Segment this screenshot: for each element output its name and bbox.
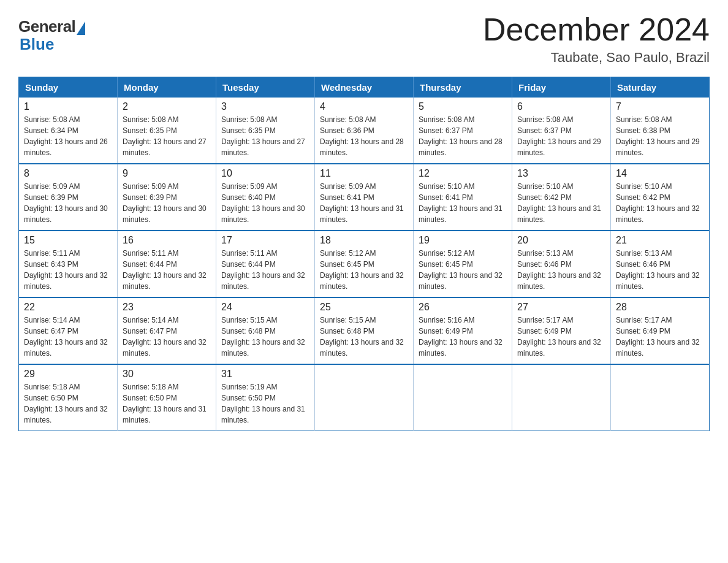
day-info: Sunrise: 5:09 AMSunset: 6:40 PMDaylight:…	[221, 181, 309, 225]
table-row: 2 Sunrise: 5:08 AMSunset: 6:35 PMDayligh…	[118, 98, 216, 164]
day-number: 8	[24, 168, 112, 179]
day-number: 2	[123, 101, 211, 112]
day-info: Sunrise: 5:17 AMSunset: 6:49 PMDaylight:…	[517, 315, 605, 359]
logo: General Blue	[18, 17, 85, 54]
table-row: 29 Sunrise: 5:18 AMSunset: 6:50 PMDaylig…	[19, 364, 118, 431]
day-info: Sunrise: 5:10 AMSunset: 6:41 PMDaylight:…	[419, 181, 507, 225]
day-number: 5	[419, 101, 507, 112]
day-number: 28	[616, 302, 704, 313]
table-row: 21 Sunrise: 5:13 AMSunset: 6:46 PMDaylig…	[611, 231, 710, 297]
day-number: 27	[517, 302, 605, 313]
table-row: 17 Sunrise: 5:11 AMSunset: 6:44 PMDaylig…	[216, 231, 315, 297]
day-info: Sunrise: 5:13 AMSunset: 6:46 PMDaylight:…	[616, 248, 704, 292]
table-row	[611, 364, 710, 431]
table-row: 1 Sunrise: 5:08 AMSunset: 6:34 PMDayligh…	[19, 98, 118, 164]
page-header: General Blue December 2024 Taubate, Sao …	[18, 12, 710, 66]
day-number: 9	[123, 168, 211, 179]
table-row: 14 Sunrise: 5:10 AMSunset: 6:42 PMDaylig…	[611, 164, 710, 231]
day-number: 20	[517, 235, 605, 246]
day-number: 7	[616, 101, 704, 112]
table-row	[512, 364, 611, 431]
table-row: 26 Sunrise: 5:16 AMSunset: 6:49 PMDaylig…	[414, 297, 512, 364]
day-info: Sunrise: 5:13 AMSunset: 6:46 PMDaylight:…	[517, 248, 605, 292]
table-row: 27 Sunrise: 5:17 AMSunset: 6:49 PMDaylig…	[512, 297, 611, 364]
day-number: 18	[320, 235, 408, 246]
logo-arrow-icon	[77, 21, 85, 35]
day-info: Sunrise: 5:17 AMSunset: 6:49 PMDaylight:…	[616, 315, 704, 359]
day-info: Sunrise: 5:14 AMSunset: 6:47 PMDaylight:…	[123, 315, 211, 359]
day-info: Sunrise: 5:10 AMSunset: 6:42 PMDaylight:…	[616, 181, 704, 225]
table-row: 23 Sunrise: 5:14 AMSunset: 6:47 PMDaylig…	[118, 297, 216, 364]
day-info: Sunrise: 5:09 AMSunset: 6:39 PMDaylight:…	[123, 181, 211, 225]
day-info: Sunrise: 5:08 AMSunset: 6:37 PMDaylight:…	[419, 114, 507, 158]
table-row: 13 Sunrise: 5:10 AMSunset: 6:42 PMDaylig…	[512, 164, 611, 231]
table-row: 6 Sunrise: 5:08 AMSunset: 6:37 PMDayligh…	[512, 98, 611, 164]
day-info: Sunrise: 5:08 AMSunset: 6:36 PMDaylight:…	[320, 114, 408, 158]
day-number: 10	[221, 168, 309, 179]
table-row: 24 Sunrise: 5:15 AMSunset: 6:48 PMDaylig…	[216, 297, 315, 364]
table-row: 10 Sunrise: 5:09 AMSunset: 6:40 PMDaylig…	[216, 164, 315, 231]
table-row: 20 Sunrise: 5:13 AMSunset: 6:46 PMDaylig…	[512, 231, 611, 297]
table-row: 31 Sunrise: 5:19 AMSunset: 6:50 PMDaylig…	[216, 364, 315, 431]
day-number: 12	[419, 168, 507, 179]
table-row: 22 Sunrise: 5:14 AMSunset: 6:47 PMDaylig…	[19, 297, 118, 364]
day-info: Sunrise: 5:16 AMSunset: 6:49 PMDaylight:…	[419, 315, 507, 359]
day-number: 30	[123, 369, 211, 380]
day-info: Sunrise: 5:08 AMSunset: 6:37 PMDaylight:…	[517, 114, 605, 158]
calendar-week-row: 8 Sunrise: 5:09 AMSunset: 6:39 PMDayligh…	[19, 164, 710, 231]
day-info: Sunrise: 5:11 AMSunset: 6:44 PMDaylight:…	[221, 248, 309, 292]
table-row: 3 Sunrise: 5:08 AMSunset: 6:35 PMDayligh…	[216, 98, 315, 164]
day-info: Sunrise: 5:19 AMSunset: 6:50 PMDaylight:…	[221, 381, 309, 426]
day-number: 29	[24, 369, 112, 380]
day-info: Sunrise: 5:08 AMSunset: 6:35 PMDaylight:…	[123, 114, 211, 158]
calendar-title: December 2024	[483, 12, 710, 47]
table-row: 9 Sunrise: 5:09 AMSunset: 6:39 PMDayligh…	[118, 164, 216, 231]
day-number: 13	[517, 168, 605, 179]
table-row: 4 Sunrise: 5:08 AMSunset: 6:36 PMDayligh…	[315, 98, 414, 164]
calendar-table: Sunday Monday Tuesday Wednesday Thursday…	[18, 77, 710, 431]
table-row: 8 Sunrise: 5:09 AMSunset: 6:39 PMDayligh…	[19, 164, 118, 231]
col-tuesday: Tuesday	[216, 77, 315, 98]
day-number: 23	[123, 302, 211, 313]
col-saturday: Saturday	[611, 77, 710, 98]
day-number: 19	[419, 235, 507, 246]
day-number: 24	[221, 302, 309, 313]
col-monday: Monday	[118, 77, 216, 98]
day-info: Sunrise: 5:15 AMSunset: 6:48 PMDaylight:…	[221, 315, 309, 359]
col-sunday: Sunday	[19, 77, 118, 98]
day-info: Sunrise: 5:12 AMSunset: 6:45 PMDaylight:…	[320, 248, 408, 292]
day-info: Sunrise: 5:18 AMSunset: 6:50 PMDaylight:…	[24, 381, 112, 426]
day-info: Sunrise: 5:12 AMSunset: 6:45 PMDaylight:…	[419, 248, 507, 292]
day-number: 21	[616, 235, 704, 246]
col-wednesday: Wednesday	[315, 77, 414, 98]
day-info: Sunrise: 5:10 AMSunset: 6:42 PMDaylight:…	[517, 181, 605, 225]
day-info: Sunrise: 5:08 AMSunset: 6:34 PMDaylight:…	[24, 114, 112, 158]
day-number: 22	[24, 302, 112, 313]
logo-general-text: General	[18, 17, 75, 36]
logo-blue-text: Blue	[20, 35, 54, 54]
day-number: 16	[123, 235, 211, 246]
day-number: 26	[419, 302, 507, 313]
day-info: Sunrise: 5:18 AMSunset: 6:50 PMDaylight:…	[123, 381, 211, 426]
day-number: 6	[517, 101, 605, 112]
table-row: 25 Sunrise: 5:15 AMSunset: 6:48 PMDaylig…	[315, 297, 414, 364]
day-number: 31	[221, 369, 309, 380]
day-info: Sunrise: 5:09 AMSunset: 6:41 PMDaylight:…	[320, 181, 408, 225]
table-row: 28 Sunrise: 5:17 AMSunset: 6:49 PMDaylig…	[611, 297, 710, 364]
table-row: 15 Sunrise: 5:11 AMSunset: 6:43 PMDaylig…	[19, 231, 118, 297]
table-row: 16 Sunrise: 5:11 AMSunset: 6:44 PMDaylig…	[118, 231, 216, 297]
table-row: 30 Sunrise: 5:18 AMSunset: 6:50 PMDaylig…	[118, 364, 216, 431]
day-info: Sunrise: 5:15 AMSunset: 6:48 PMDaylight:…	[320, 315, 408, 359]
table-row: 18 Sunrise: 5:12 AMSunset: 6:45 PMDaylig…	[315, 231, 414, 297]
calendar-week-row: 22 Sunrise: 5:14 AMSunset: 6:47 PMDaylig…	[19, 297, 710, 364]
col-friday: Friday	[512, 77, 611, 98]
day-number: 4	[320, 101, 408, 112]
calendar-subtitle: Taubate, Sao Paulo, Brazil	[483, 50, 710, 66]
day-number: 17	[221, 235, 309, 246]
day-info: Sunrise: 5:08 AMSunset: 6:35 PMDaylight:…	[221, 114, 309, 158]
day-number: 3	[221, 101, 309, 112]
table-row	[414, 364, 512, 431]
calendar-week-row: 29 Sunrise: 5:18 AMSunset: 6:50 PMDaylig…	[19, 364, 710, 431]
table-row: 5 Sunrise: 5:08 AMSunset: 6:37 PMDayligh…	[414, 98, 512, 164]
calendar-week-row: 1 Sunrise: 5:08 AMSunset: 6:34 PMDayligh…	[19, 98, 710, 164]
